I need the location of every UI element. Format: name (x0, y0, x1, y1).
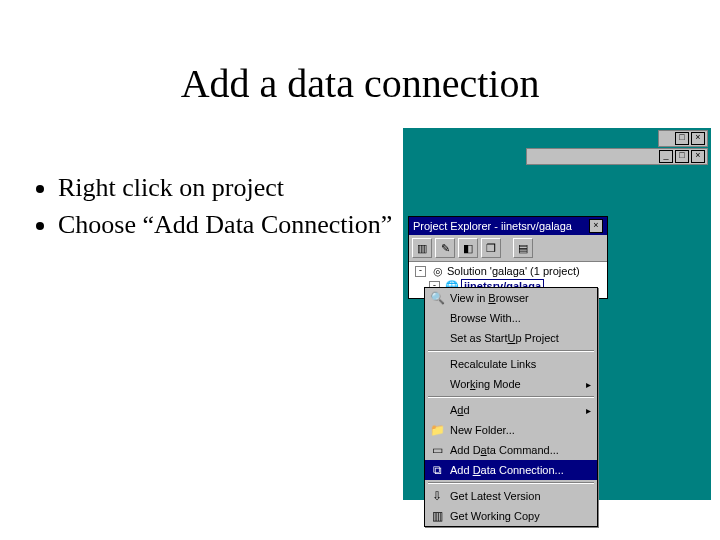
toolbar-button-3[interactable]: ◧ (458, 238, 478, 258)
expand-icon[interactable]: - (415, 266, 426, 277)
menu-separator (428, 396, 594, 398)
toolbar-button-2[interactable]: ✎ (435, 238, 455, 258)
close-button-outer[interactable]: × (691, 150, 705, 163)
bullet-2: Choose “Add Data Connection” (58, 209, 400, 240)
slide: Add a data connection Right click on pro… (0, 0, 720, 540)
slide-title: Add a data connection (0, 60, 720, 107)
close-button[interactable]: × (691, 132, 705, 145)
screenshot-region: □ × _ □ × Project Explorer - iinetsrv/ga… (403, 128, 711, 500)
bullet-list: Right click on project Choose “Add Data … (30, 172, 400, 246)
solution-icon: ◎ (431, 265, 444, 277)
menu-add-data-connection[interactable]: ⧉ Add Data Connection... (425, 460, 597, 480)
project-explorer-toolbar: ▥ ✎ ◧ ❐ ▤ (409, 235, 607, 262)
window-controls-outer: _ □ × (526, 148, 708, 165)
menu-separator (428, 482, 594, 484)
menu-add[interactable]: Add (425, 400, 597, 420)
menu-add-data-command[interactable]: ▭ Add Data Command... (425, 440, 597, 460)
menu-new-folder[interactable]: 📁 New Folder... (425, 420, 597, 440)
menu-separator (428, 350, 594, 352)
project-explorer-title: Project Explorer - iinetsrv/galaga (413, 220, 572, 232)
toolbar-button-1[interactable]: ▥ (412, 238, 432, 258)
minimize-button[interactable]: _ (659, 150, 673, 163)
tree-solution-node[interactable]: - ◎ Solution 'galaga' (1 project) (411, 264, 605, 278)
menu-get-working-copy[interactable]: ▥ Get Working Copy (425, 506, 597, 526)
page-icon: ▭ (429, 443, 445, 457)
menu-working-mode[interactable]: Working Mode (425, 374, 597, 394)
folder-icon: 📁 (429, 423, 445, 437)
project-explorer-titlebar: Project Explorer - iinetsrv/galaga × (409, 217, 607, 235)
menu-set-as-startup[interactable]: Set as StartUp Project (425, 328, 597, 348)
menu-get-latest-version[interactable]: ⇩ Get Latest Version (425, 486, 597, 506)
copy-icon: ▥ (429, 509, 445, 523)
browser-icon: 🔍 (429, 291, 445, 305)
close-icon[interactable]: × (589, 219, 603, 233)
connection-icon: ⧉ (429, 463, 445, 477)
restore-button[interactable]: □ (675, 132, 689, 145)
toolbar-button-5[interactable]: ▤ (513, 238, 533, 258)
maximize-button[interactable]: □ (675, 150, 689, 163)
download-icon: ⇩ (429, 489, 445, 503)
window-controls-inner: □ × (658, 130, 708, 147)
solution-label: Solution 'galaga' (1 project) (447, 265, 580, 277)
bullet-1: Right click on project (58, 172, 400, 203)
menu-browse-with[interactable]: Browse With... (425, 308, 597, 328)
menu-recalculate-links[interactable]: Recalculate Links (425, 354, 597, 374)
toolbar-button-4[interactable]: ❐ (481, 238, 501, 258)
context-menu: 🔍 View in Browser Browse With... Set as … (424, 287, 598, 527)
menu-view-in-browser[interactable]: 🔍 View in Browser (425, 288, 597, 308)
